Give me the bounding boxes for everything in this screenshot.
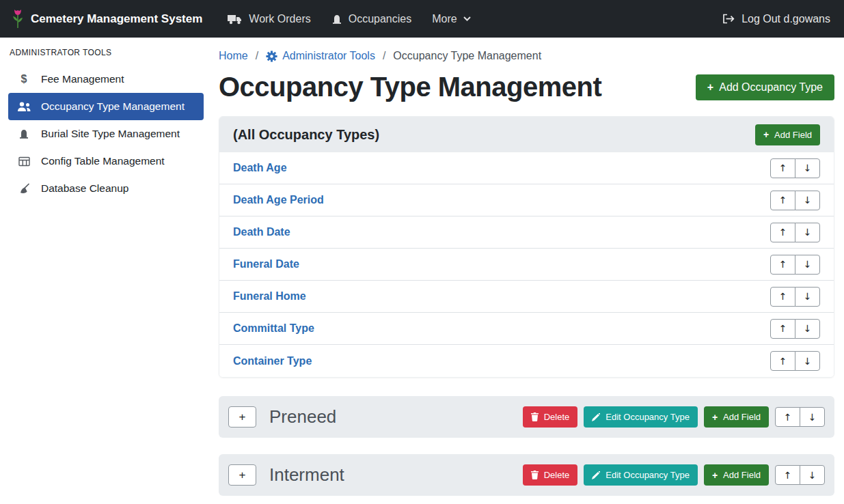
expand-button[interactable]: + bbox=[228, 464, 256, 486]
sidebar-item-fee-management[interactable]: $ Fee Management bbox=[8, 66, 204, 93]
expand-button[interactable]: + bbox=[228, 406, 256, 428]
field-link[interactable]: Container Type bbox=[233, 355, 312, 367]
add-occupancy-type-button[interactable]: + Add Occupancy Type bbox=[696, 74, 834, 100]
monument-icon bbox=[331, 14, 342, 25]
breadcrumb-admin-tools-link[interactable]: Administrator Tools bbox=[266, 50, 375, 62]
sidebar-item-label: Fee Management bbox=[41, 73, 124, 85]
table-icon bbox=[16, 156, 32, 167]
field-link[interactable]: Committal Type bbox=[233, 322, 314, 335]
nav-item-occupancies[interactable]: Occupancies bbox=[321, 13, 422, 25]
nav-item-more[interactable]: More bbox=[422, 13, 480, 25]
logout-button[interactable]: Log Out d.gowans bbox=[722, 13, 833, 25]
arrow-up-icon: ↑ bbox=[784, 471, 792, 480]
reorder-buttons: ↑ ↓ bbox=[770, 158, 820, 178]
arrow-up-icon: ↑ bbox=[779, 292, 787, 301]
plus-icon: + bbox=[239, 411, 246, 423]
move-down-button[interactable]: ↓ bbox=[795, 319, 820, 339]
add-field-button[interactable]: + Add Field bbox=[755, 124, 820, 145]
move-up-button[interactable]: ↑ bbox=[770, 223, 795, 242]
occupancy-type-section-interment: + Interment Delete bbox=[219, 454, 834, 496]
arrow-down-icon: ↓ bbox=[804, 356, 812, 366]
breadcrumb-current: Occupancy Type Management bbox=[393, 50, 541, 62]
arrow-up-icon: ↑ bbox=[779, 324, 787, 333]
all-occupancy-types-title: (All Occupancy Types) bbox=[233, 127, 379, 143]
arrow-down-icon: ↓ bbox=[808, 412, 817, 422]
breadcrumb-separator: / bbox=[383, 50, 385, 62]
breadcrumb-home-link[interactable]: Home bbox=[219, 50, 248, 62]
delete-button[interactable]: Delete bbox=[523, 406, 578, 428]
move-up-button[interactable]: ↑ bbox=[770, 158, 795, 178]
flower-logo-icon bbox=[11, 9, 25, 29]
field-link[interactable]: Death Age bbox=[233, 162, 287, 174]
field-link[interactable]: Funeral Home bbox=[233, 290, 306, 303]
field-row: Death Age Period ↑ ↓ bbox=[219, 184, 834, 216]
move-down-button[interactable]: ↓ bbox=[795, 255, 820, 275]
move-up-button[interactable]: ↑ bbox=[770, 319, 795, 339]
move-down-button[interactable]: ↓ bbox=[795, 191, 820, 210]
field-link[interactable]: Funeral Date bbox=[233, 258, 299, 270]
move-up-button[interactable]: ↑ bbox=[770, 351, 795, 371]
delete-label: Delete bbox=[544, 412, 570, 422]
add-field-button[interactable]: + Add Field bbox=[704, 406, 769, 428]
arrow-down-icon: ↓ bbox=[804, 163, 812, 173]
top-navbar: Cemetery Management System Work Orders O… bbox=[0, 0, 844, 38]
plus-icon: + bbox=[763, 130, 769, 139]
reorder-buttons: ↑ ↓ bbox=[770, 319, 820, 339]
gear-icon bbox=[266, 51, 277, 62]
move-down-button[interactable]: ↓ bbox=[800, 407, 825, 427]
edit-occupancy-type-button[interactable]: Edit Occupancy Type bbox=[584, 464, 698, 486]
move-up-button[interactable]: ↑ bbox=[775, 407, 800, 427]
nav-item-label: More bbox=[432, 13, 457, 25]
edit-occupancy-type-button[interactable]: Edit Occupancy Type bbox=[584, 406, 698, 428]
field-link[interactable]: Death Date bbox=[233, 226, 290, 238]
pencil-icon bbox=[592, 413, 600, 421]
plus-icon: + bbox=[712, 412, 718, 422]
sidebar-item-burial-site-type-management[interactable]: Burial Site Type Management bbox=[8, 120, 204, 148]
field-row: Container Type ↑ ↓ bbox=[219, 345, 834, 377]
move-down-button[interactable]: ↓ bbox=[795, 223, 820, 242]
chevron-down-icon bbox=[463, 16, 471, 21]
add-occupancy-type-label: Add Occupancy Type bbox=[719, 81, 823, 94]
move-up-button[interactable]: ↑ bbox=[775, 465, 800, 485]
edit-occupancy-type-label: Edit Occupancy Type bbox=[605, 470, 690, 480]
field-link[interactable]: Death Age Period bbox=[233, 194, 324, 206]
add-field-label: Add Field bbox=[723, 412, 761, 422]
sidebar-item-label: Config Table Management bbox=[41, 155, 165, 167]
sidebar-item-database-cleanup[interactable]: Database Cleanup bbox=[8, 175, 204, 202]
all-occupancy-types-card: (All Occupancy Types) + Add Field Death … bbox=[219, 116, 834, 378]
sidebar-item-label: Occupancy Type Management bbox=[41, 100, 185, 113]
field-row: Death Age ↑ ↓ bbox=[219, 152, 834, 184]
broom-icon bbox=[16, 183, 32, 194]
move-down-button[interactable]: ↓ bbox=[800, 465, 825, 485]
sidebar-item-config-table-management[interactable]: Config Table Management bbox=[8, 148, 204, 175]
title-row: Occupancy Type Management + Add Occupanc… bbox=[219, 72, 834, 102]
edit-occupancy-type-label: Edit Occupancy Type bbox=[605, 412, 690, 422]
reorder-buttons: ↑ ↓ bbox=[775, 407, 825, 427]
breadcrumb-admin-tools-label: Administrator Tools bbox=[282, 50, 375, 62]
move-down-button[interactable]: ↓ bbox=[795, 351, 820, 371]
breadcrumb-separator: / bbox=[256, 50, 258, 62]
all-occupancy-types-header: (All Occupancy Types) + Add Field bbox=[219, 117, 834, 152]
move-down-button[interactable]: ↓ bbox=[795, 287, 820, 307]
add-field-button[interactable]: + Add Field bbox=[704, 464, 769, 486]
delete-button[interactable]: Delete bbox=[523, 464, 578, 486]
app-title: Cemetery Management System bbox=[31, 12, 202, 26]
sidebar-item-occupancy-type-management[interactable]: Occupancy Type Management bbox=[8, 93, 204, 120]
section-title: Preneed bbox=[269, 406, 336, 428]
breadcrumb: Home / Administrator Tools / Occupancy T… bbox=[219, 47, 834, 62]
plus-icon: + bbox=[707, 82, 713, 93]
nav-item-work-orders[interactable]: Work Orders bbox=[217, 13, 321, 25]
occupancy-type-section-preneed: + Preneed Delete bbox=[219, 396, 834, 438]
move-down-button[interactable]: ↓ bbox=[795, 158, 820, 178]
arrow-down-icon: ↓ bbox=[804, 324, 812, 333]
page-body: ADMINISTRATOR TOOLS $ Fee Management Occ… bbox=[0, 38, 844, 504]
main-content: Home / Administrator Tools / Occupancy T… bbox=[212, 38, 844, 504]
monument-icon bbox=[16, 128, 32, 139]
move-up-button[interactable]: ↑ bbox=[770, 191, 795, 210]
arrow-up-icon: ↑ bbox=[779, 227, 787, 237]
reorder-buttons: ↑ ↓ bbox=[770, 287, 820, 307]
delete-label: Delete bbox=[544, 470, 570, 480]
app-brand[interactable]: Cemetery Management System bbox=[11, 9, 202, 29]
move-up-button[interactable]: ↑ bbox=[770, 255, 795, 275]
move-up-button[interactable]: ↑ bbox=[770, 287, 795, 307]
